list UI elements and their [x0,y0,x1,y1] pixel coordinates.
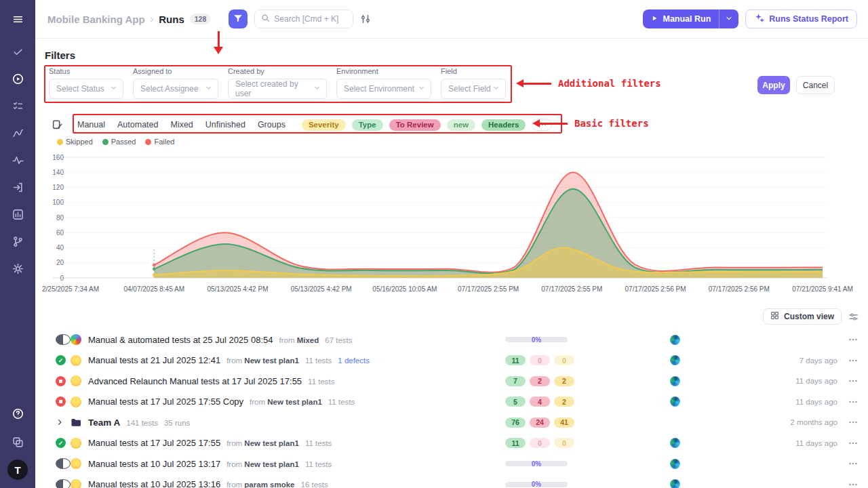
failed-badge: 2 [530,376,550,386]
row-menu-button[interactable] [837,479,859,488]
sidebar-item-tests[interactable] [6,41,29,62]
filter-select[interactable]: Select Environment [336,79,431,99]
runs-status-report-button[interactable]: Runs Status Report [745,9,857,28]
apply-button[interactable]: Apply [757,76,790,94]
help-icon[interactable] [6,403,29,424]
row-menu-button[interactable] [837,438,859,449]
search-box[interactable] [254,9,353,28]
run-title[interactable]: Manual tests at 17 Jul 2025 17:55 Copy [88,396,243,407]
row-menu-button[interactable] [837,375,859,386]
svg-text:04/07/2025 8:45 AM: 04/07/2025 8:45 AM [123,285,184,293]
skipped-badge: 2 [554,376,574,386]
run-title[interactable]: Manual tests at 21 Jul 2025 12:41 [88,355,220,365]
runs-list: Manual & automated tests at 25 Jul 2025 … [35,329,868,488]
skipped-badge: 0 [554,355,574,365]
cancel-button[interactable]: Cancel [796,76,835,94]
run-row[interactable]: Advanced Relaunch Manual tests at 17 Jul… [35,371,868,392]
browser-icon [670,438,680,448]
run-tests-count: 11 tests [308,378,334,386]
filter-button[interactable] [229,9,248,28]
run-emoji-icon [71,438,81,449]
run-title[interactable]: Manual & automated tests at 25 Jul 2025 … [88,335,273,345]
sidebar-item-runs[interactable] [6,68,29,89]
filter-select[interactable]: Select Assignee [133,79,218,99]
basic-filter-tab[interactable]: Mixed [170,120,193,129]
svg-text:40: 40 [56,244,64,251]
annotation-arrow-down [218,31,220,47]
chevron-down-icon [418,84,425,94]
app-root: T Mobile Banking App › Runs 128 Manual R… [0,0,868,488]
filter-select[interactable]: Select Field [441,79,506,99]
run-title[interactable]: Advanced Relaunch Manual tests at 17 Jul… [88,376,302,386]
svg-text:140: 140 [52,169,64,176]
sidebar-item-analytics[interactable] [6,122,29,144]
annotation-arrow-left-line-2 [539,123,568,125]
chevron-right-icon[interactable] [56,418,64,426]
svg-text:05/13/2025 4:42 PM: 05/13/2025 4:42 PM [207,285,268,293]
basic-filter-tab[interactable]: Unfinished [205,120,245,129]
run-status-icon [56,355,66,365]
manual-run-dropdown[interactable] [719,9,738,28]
sidebar-item-plans[interactable] [6,95,29,117]
run-row[interactable]: Manual tests at 17 Jul 2025 17:55 Copy f… [35,392,868,413]
breadcrumb-project[interactable]: Mobile Banking App [47,14,145,25]
run-progress-bar: 0% [505,479,568,488]
run-title[interactable]: Manual tests at 10 Jul 2025 13:17 [88,459,220,469]
run-emoji-icon [71,375,81,386]
run-row[interactable]: Manual & automated tests at 25 Jul 2025 … [35,329,868,350]
search-input[interactable] [274,14,347,24]
svg-text:07/21/2025 9:41 AM: 07/21/2025 9:41 AM [792,285,853,293]
filter-select[interactable]: Select created by user [228,79,327,99]
run-row[interactable]: Manual tests at 17 Jul 2025 17:55 from N… [35,433,868,454]
run-row[interactable]: Team A 141 tests 35 runs 76 24 41 [35,412,868,433]
chart-legend: Skipped Passed Failed [57,138,174,146]
run-row[interactable]: Manual tests at 10 Jul 2025 13:17 from N… [35,453,868,474]
row-menu-button[interactable] [837,396,859,407]
run-row[interactable]: Manual tests at 21 Jul 2025 12:41 from N… [35,350,868,371]
row-menu-button[interactable] [837,458,859,469]
svg-text:05/16/2025 10:05 AM: 05/16/2025 10:05 AM [372,285,437,293]
custom-view-button[interactable]: Custom view [763,308,842,325]
sidebar-item-reports[interactable] [6,203,29,225]
basic-filter-tab[interactable]: Groups [258,120,285,129]
filter-tag[interactable]: new [447,119,475,131]
filter-tag[interactable]: Headers [481,119,526,131]
row-menu-button[interactable] [837,355,859,366]
legend-item: Skipped [57,138,93,146]
list-settings-icon[interactable] [848,312,859,322]
svg-text:0: 0 [60,274,64,282]
basic-filter-tab[interactable]: Automated [117,120,158,129]
annotation-arrow-left-line [523,83,551,85]
run-title[interactable]: Manual tests at 17 Jul 2025 17:55 [88,438,220,448]
run-title[interactable]: Team A [88,418,120,428]
row-menu-button[interactable] [837,417,859,428]
run-result-badges: 7 2 2 [505,376,574,386]
search-settings-icon[interactable] [360,14,371,24]
browser-icon [670,376,680,386]
sidebar-item-branches[interactable] [6,230,29,252]
passed-badge: 5 [505,396,526,407]
run-title[interactable]: Manual tests at 10 Jul 2025 13:16 [88,479,220,488]
run-status-icon [56,396,66,407]
report-edit-icon[interactable] [52,119,63,133]
docs-icon[interactable] [6,431,29,453]
filter-select[interactable]: Select Status [49,79,123,99]
manual-run-button[interactable]: Manual Run [643,9,738,28]
run-row[interactable]: Manual tests at 10 Jul 2025 13:16 from p… [35,474,868,488]
app-logo[interactable]: T [7,460,28,480]
sidebar-item-import[interactable] [6,176,29,198]
chevron-down-icon [205,84,212,94]
filter-tag[interactable]: Type [352,119,383,131]
filter-tag[interactable]: To Review [389,119,441,131]
basic-filter-tab[interactable]: Manual [77,120,105,129]
sidebar-item-activity[interactable] [6,149,29,171]
sidebar-item-settings[interactable] [6,258,29,279]
svg-text:07/17/2025 2:56 PM: 07/17/2025 2:56 PM [709,285,770,293]
filter-label: Environment [336,67,431,75]
menu-icon[interactable] [6,8,29,30]
search-icon [261,13,270,25]
row-menu-button[interactable] [837,334,859,345]
filter-tag[interactable]: Severity [302,119,346,131]
defects-link[interactable]: 1 defects [338,357,370,365]
legend-dot [102,139,108,145]
